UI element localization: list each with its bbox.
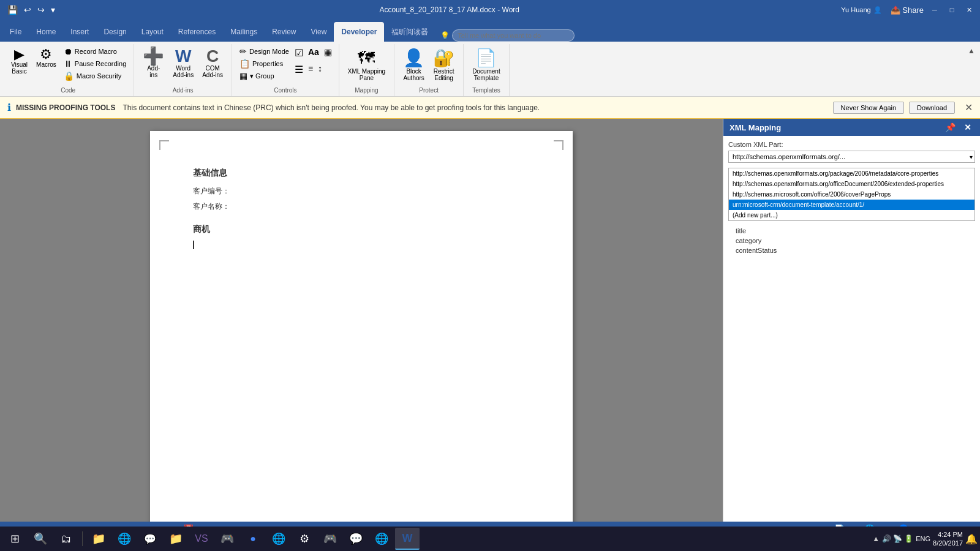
- xml-tree-node-contentstatus[interactable]: contentStatus: [733, 246, 975, 255]
- document-area[interactable]: 基础信息 客户编号： 客户名称： 商机: [0, 119, 723, 551]
- ribbon-group-code: ▶ VisualBasic ⚙ Macros ⏺ Record Macro ⏸ …: [2, 44, 134, 96]
- customize-quick-btn[interactable]: ▾: [48, 4, 58, 16]
- keyboard-layout: ENG: [916, 535, 930, 542]
- record-macro-btn[interactable]: ⏺ Record Macro: [61, 45, 129, 58]
- tab-review[interactable]: Review: [265, 22, 303, 42]
- xml-panel-close-btn[interactable]: ✕: [962, 122, 974, 132]
- xml-list-item-1[interactable]: http://schemas.openxmlformats.org/office…: [729, 179, 974, 189]
- word-addins-label: WordAdd-ins: [173, 65, 194, 78]
- restrict-editing-btn[interactable]: 🔐 RestrictEditing: [429, 45, 458, 84]
- save-quick-btn[interactable]: 💾: [5, 4, 20, 16]
- never-show-again-btn[interactable]: Never Show Again: [833, 102, 905, 114]
- aa-btn[interactable]: Aa: [306, 45, 321, 61]
- spin-btn[interactable]: ↕: [316, 62, 324, 77]
- tab-insert[interactable]: Insert: [63, 22, 96, 42]
- close-btn[interactable]: ✕: [963, 4, 975, 16]
- com-addins-icon: C: [206, 48, 219, 65]
- restore-btn[interactable]: □: [946, 4, 958, 16]
- addins-label: Add-ins: [147, 65, 160, 78]
- tell-me-input[interactable]: [452, 29, 575, 42]
- browser-btn[interactable]: 🌐: [369, 528, 394, 550]
- add-ins-btn[interactable]: ➕ Add-ins: [139, 45, 168, 81]
- notification-text: This document contains text in Chinese (…: [123, 103, 827, 112]
- chrome-btn[interactable]: ●: [241, 528, 265, 550]
- group-btn[interactable]: ▦ ▾ Group: [237, 70, 292, 82]
- corner-tr: [554, 140, 564, 150]
- xml-list-item-3[interactable]: urn:microsoft-crm/document-template/acco…: [729, 200, 974, 210]
- design-mode-btn[interactable]: ✏ Design Mode: [237, 45, 292, 58]
- word-taskbar-btn[interactable]: W: [395, 528, 420, 550]
- edge-btn[interactable]: 🌐: [112, 528, 137, 550]
- pause-recording-label: Pause Recording: [75, 60, 126, 67]
- ie-btn[interactable]: 🌐: [266, 528, 291, 550]
- tab-design[interactable]: Design: [96, 22, 134, 42]
- tab-foxit[interactable]: 福昕阅读器: [384, 22, 435, 42]
- wechat-btn[interactable]: 💬: [344, 528, 368, 550]
- xml-panel-pin-btn[interactable]: 📌: [943, 122, 958, 132]
- notification-close-btn[interactable]: ✕: [965, 102, 973, 113]
- minimize-btn[interactable]: ─: [929, 4, 941, 16]
- doc-cursor-line: [193, 240, 530, 249]
- undo-quick-btn[interactable]: ↩: [21, 4, 34, 16]
- pause-recording-btn[interactable]: ⏸ Pause Recording: [61, 58, 129, 70]
- combo-btn[interactable]: ≡: [306, 62, 315, 77]
- xml-mapping-pane-btn[interactable]: 🗺 XML MappingPane: [344, 45, 389, 84]
- restrict-editing-label: RestrictEditing: [434, 68, 454, 81]
- macro-security-btn[interactable]: 🔒 Macro Security: [61, 70, 129, 82]
- tab-home[interactable]: Home: [29, 22, 63, 42]
- tab-mailings[interactable]: Mailings: [223, 22, 265, 42]
- notification-center-btn[interactable]: 🔔: [965, 533, 978, 545]
- com-addins-label: COMAdd-ins: [202, 65, 223, 78]
- doc-field-2: 客户名称：: [193, 201, 530, 212]
- tab-developer[interactable]: Developer: [334, 22, 384, 42]
- xml-panel-header: XML Mapping 📌 ✕: [723, 119, 980, 136]
- macros-btn[interactable]: ⚙ Macros: [32, 45, 60, 70]
- xml-list-item-0[interactable]: http://schemas.openxmlformats.org/packag…: [729, 168, 974, 179]
- start-btn[interactable]: ⊞: [2, 528, 27, 550]
- collapse-ribbon-btn[interactable]: ▲: [965, 44, 978, 58]
- tab-references[interactable]: References: [171, 22, 223, 42]
- download-btn[interactable]: Download: [909, 102, 955, 114]
- xml-tree-node-title[interactable]: title: [733, 226, 975, 236]
- game-btn[interactable]: 🎮: [318, 528, 342, 550]
- redo-quick-btn[interactable]: ↪: [35, 4, 47, 16]
- xml-dropdown-wrapper: http://schemas.openxmlformats.org/... ▾: [728, 151, 975, 163]
- checkbox-content-btn[interactable]: ☑: [293, 45, 305, 61]
- vs-btn[interactable]: VS: [189, 528, 214, 550]
- xml-part-dropdown[interactable]: http://schemas.openxmlformats.org/...: [728, 151, 975, 163]
- com-addins-btn[interactable]: C COMAdd-ins: [198, 45, 227, 81]
- document-page[interactable]: 基础信息 客户编号： 客户名称： 商机: [150, 131, 573, 546]
- pause-icon: ⏸: [64, 59, 72, 69]
- grid-btn[interactable]: ▦: [322, 45, 334, 61]
- tab-view[interactable]: View: [304, 22, 334, 42]
- macro-options-col: ⏺ Record Macro ⏸ Pause Recording 🔒 Macro…: [61, 45, 129, 82]
- share-btn[interactable]: 📤 Share: [891, 6, 924, 15]
- document-template-btn[interactable]: 📄 DocumentTemplate: [469, 45, 504, 84]
- ribbon-content: ▶ VisualBasic ⚙ Macros ⏺ Record Macro ⏸ …: [0, 42, 980, 97]
- task-view-btn[interactable]: 🗂: [54, 528, 78, 550]
- ribbon-group-protect: 👤 BlockAuthors 🔐 RestrictEditing Protect: [394, 44, 464, 96]
- tab-layout[interactable]: Layout: [134, 22, 171, 42]
- xml-list-item-4[interactable]: (Add new part...): [729, 210, 974, 220]
- visual-basic-btn[interactable]: ▶ VisualBasic: [7, 45, 31, 77]
- properties-btn[interactable]: 📋 Properties: [237, 58, 292, 70]
- block-authors-btn[interactable]: 👤 BlockAuthors: [399, 45, 428, 84]
- listbox-btn[interactable]: ☰: [293, 62, 305, 77]
- restrict-editing-icon: 🔐: [433, 48, 454, 68]
- ribbon-group-controls: ✏ Design Mode 📋 Properties ▦ ▾ Group ☑: [232, 44, 339, 96]
- search-btn[interactable]: 🔍: [28, 528, 53, 550]
- xml-tree-node-category[interactable]: category: [733, 236, 975, 246]
- file-explorer-btn[interactable]: 📁: [86, 528, 111, 550]
- tab-file[interactable]: File: [2, 22, 29, 42]
- git-btn[interactable]: 🎮: [215, 528, 239, 550]
- doc-heading-1: 基础信息: [193, 168, 530, 179]
- word-addins-btn[interactable]: W WordAdd-ins: [169, 45, 197, 81]
- xml-list-item-2[interactable]: http://schemas.microsoft.com/office/2006…: [729, 189, 974, 200]
- title-bar-right: Yu Huang 👤 📤 Share ─ □ ✕: [841, 4, 975, 16]
- ribbon-group-addins: ➕ Add-ins W WordAdd-ins C COMAdd-ins Add…: [134, 44, 232, 96]
- skype-btn[interactable]: 💬: [138, 528, 162, 550]
- folder-btn[interactable]: 📁: [164, 528, 188, 550]
- user-name: Yu Huang: [841, 6, 870, 13]
- settings-btn[interactable]: ⚙: [292, 528, 317, 550]
- taskbar-clock[interactable]: 4:24 PM 8/20/2017: [933, 530, 963, 548]
